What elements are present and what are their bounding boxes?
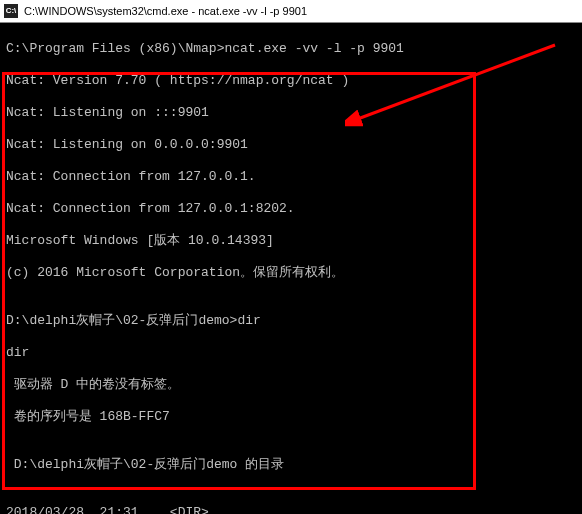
window-titlebar[interactable]: C:\ C:\WINDOWS\system32\cmd.exe - ncat.e… bbox=[0, 0, 582, 23]
terminal-line: D:\delphi灰帽子\02-反弹后门demo>dir bbox=[6, 313, 576, 329]
terminal-output[interactable]: C:\Program Files (x86)\Nmap>ncat.exe -vv… bbox=[0, 23, 582, 514]
cmd-icon: C:\ bbox=[4, 4, 18, 18]
terminal-line: D:\delphi灰帽子\02-反弹后门demo 的目录 bbox=[6, 457, 576, 473]
terminal-line: (c) 2016 Microsoft Corporation。保留所有权利。 bbox=[6, 265, 576, 281]
terminal-line: Ncat: Connection from 127.0.0.1:8202. bbox=[6, 201, 576, 217]
terminal-line: C:\Program Files (x86)\Nmap>ncat.exe -vv… bbox=[6, 41, 576, 57]
terminal-line: 卷的序列号是 168B-FFC7 bbox=[6, 409, 576, 425]
window-title-text: C:\WINDOWS\system32\cmd.exe - ncat.exe -… bbox=[24, 0, 307, 22]
terminal-line: dir bbox=[6, 345, 576, 361]
terminal-line: Ncat: Listening on :::9901 bbox=[6, 105, 576, 121]
terminal-line: 2018/03/28 21:31 <DIR> . bbox=[6, 505, 576, 514]
terminal-line: Ncat: Version 7.70 ( https://nmap.org/nc… bbox=[6, 73, 576, 89]
terminal-line: 驱动器 D 中的卷没有标签。 bbox=[6, 377, 576, 393]
terminal-line: Microsoft Windows [版本 10.0.14393] bbox=[6, 233, 576, 249]
terminal-line: Ncat: Connection from 127.0.0.1. bbox=[6, 169, 576, 185]
terminal-line: Ncat: Listening on 0.0.0.0:9901 bbox=[6, 137, 576, 153]
